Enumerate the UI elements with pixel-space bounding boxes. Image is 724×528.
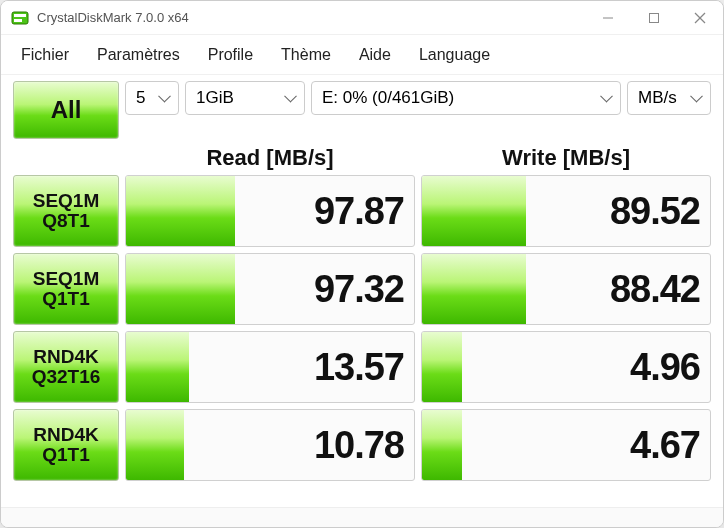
read-value: 10.78 — [314, 410, 404, 480]
test-label-1: RND4K — [33, 347, 98, 367]
write-cell: 89.52 — [421, 175, 711, 247]
run-test-button[interactable]: RND4KQ32T16 — [13, 331, 119, 403]
result-row: SEQ1MQ1T197.3288.42 — [13, 253, 711, 325]
minimize-button[interactable] — [585, 1, 631, 35]
read-value: 97.32 — [314, 254, 404, 324]
runs-select[interactable] — [125, 81, 179, 115]
read-header: Read [MB/s] — [125, 145, 415, 171]
test-label-1: SEQ1M — [33, 191, 100, 211]
run-test-button[interactable]: RND4KQ1T1 — [13, 409, 119, 481]
write-bar — [422, 332, 462, 402]
write-cell: 88.42 — [421, 253, 711, 325]
test-label-1: RND4K — [33, 425, 98, 445]
run-all-label: All — [51, 97, 82, 122]
maximize-button[interactable] — [631, 1, 677, 35]
menu-file[interactable]: Fichier — [7, 40, 83, 70]
statusbar — [1, 507, 723, 527]
menu-profile[interactable]: Profile — [194, 40, 267, 70]
read-bar — [126, 176, 235, 246]
results-grid: SEQ1MQ8T197.8789.52SEQ1MQ1T197.3288.42RN… — [1, 175, 723, 507]
menubar: Fichier Paramètres Profile Thème Aide La… — [1, 35, 723, 75]
read-cell: 97.32 — [125, 253, 415, 325]
write-value: 88.42 — [610, 254, 700, 324]
size-select[interactable] — [185, 81, 305, 115]
write-value: 89.52 — [610, 176, 700, 246]
read-cell: 13.57 — [125, 331, 415, 403]
controls-row: All — [1, 75, 723, 139]
app-icon — [11, 9, 29, 27]
write-cell: 4.96 — [421, 331, 711, 403]
menu-help[interactable]: Aide — [345, 40, 405, 70]
read-cell: 97.87 — [125, 175, 415, 247]
svg-rect-4 — [650, 13, 659, 22]
unit-select[interactable] — [627, 81, 711, 115]
write-value: 4.67 — [630, 410, 700, 480]
write-bar — [422, 410, 462, 480]
app-window: CrystalDiskMark 7.0.0 x64 Fichier Paramè… — [0, 0, 724, 528]
write-bar — [422, 176, 526, 246]
read-bar — [126, 254, 235, 324]
run-test-button[interactable]: SEQ1MQ1T1 — [13, 253, 119, 325]
test-label-2: Q8T1 — [42, 211, 90, 231]
write-cell: 4.67 — [421, 409, 711, 481]
test-label-2: Q1T1 — [42, 289, 90, 309]
menu-settings[interactable]: Paramètres — [83, 40, 194, 70]
read-bar — [126, 332, 189, 402]
close-icon — [694, 12, 706, 24]
write-bar — [422, 254, 526, 324]
menu-theme[interactable]: Thème — [267, 40, 345, 70]
result-row: RND4KQ1T110.784.67 — [13, 409, 711, 481]
svg-rect-1 — [14, 14, 26, 17]
svg-rect-2 — [14, 19, 22, 22]
svg-rect-0 — [12, 12, 28, 24]
result-row: RND4KQ32T1613.574.96 — [13, 331, 711, 403]
read-bar — [126, 410, 184, 480]
menu-language[interactable]: Language — [405, 40, 504, 70]
read-value: 13.57 — [314, 332, 404, 402]
drive-select[interactable] — [311, 81, 621, 115]
titlebar: CrystalDiskMark 7.0.0 x64 — [1, 1, 723, 35]
test-label-2: Q1T1 — [42, 445, 90, 465]
maximize-icon — [648, 12, 660, 24]
close-button[interactable] — [677, 1, 723, 35]
window-title: CrystalDiskMark 7.0.0 x64 — [37, 10, 585, 25]
test-label-2: Q32T16 — [32, 367, 101, 387]
read-cell: 10.78 — [125, 409, 415, 481]
test-label-1: SEQ1M — [33, 269, 100, 289]
write-value: 4.96 — [630, 332, 700, 402]
read-value: 97.87 — [314, 176, 404, 246]
run-all-button[interactable]: All — [13, 81, 119, 139]
result-row: SEQ1MQ8T197.8789.52 — [13, 175, 711, 247]
minimize-icon — [602, 12, 614, 24]
column-headers: Read [MB/s] Write [MB/s] — [1, 139, 723, 175]
write-header: Write [MB/s] — [421, 145, 711, 171]
run-test-button[interactable]: SEQ1MQ8T1 — [13, 175, 119, 247]
